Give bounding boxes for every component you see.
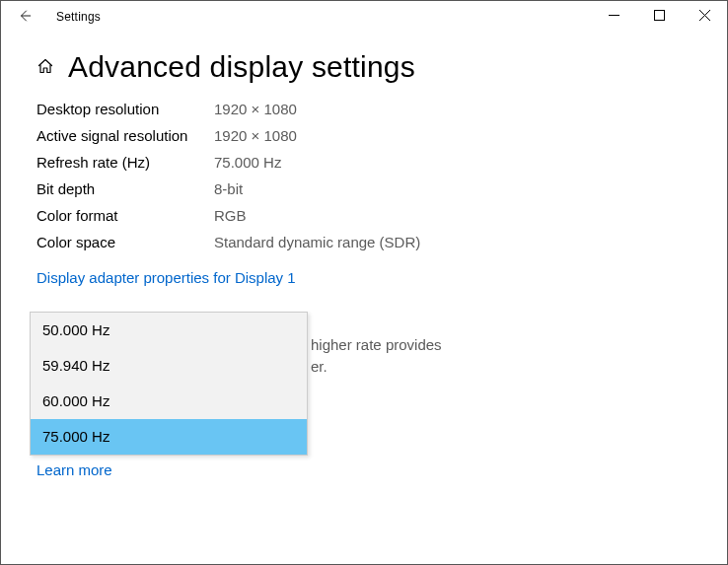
property-value: 8-bit <box>214 180 243 197</box>
display-properties: Desktop resolution1920 × 1080Active sign… <box>36 96 692 255</box>
property-label: Active signal resolution <box>36 127 214 144</box>
refresh-rate-option[interactable]: 50.000 Hz <box>31 313 307 348</box>
property-row: Color spaceStandard dynamic range (SDR) <box>36 229 692 255</box>
learn-more-link[interactable]: Learn more <box>36 461 112 478</box>
home-icon[interactable] <box>36 57 54 78</box>
refresh-rate-option[interactable]: 60.000 Hz <box>31 384 307 419</box>
maximize-icon <box>654 10 665 24</box>
minimize-button[interactable] <box>591 1 636 33</box>
refresh-rate-dropdown-list[interactable]: 50.000 Hz59.940 Hz60.000 Hz75.000 Hz <box>30 312 308 456</box>
settings-window: Settings <box>0 0 728 565</box>
property-value: RGB <box>214 207 247 224</box>
back-button[interactable] <box>9 1 40 33</box>
property-value: Standard dynamic range (SDR) <box>214 234 420 250</box>
display-adapter-link[interactable]: Display adapter properties for Display 1 <box>36 269 296 286</box>
property-value: 75.000 Hz <box>214 154 281 171</box>
property-row: Bit depth8-bit <box>36 176 692 202</box>
page-content: Advanced display settings Desktop resolu… <box>1 33 727 339</box>
arrow-left-icon <box>18 9 32 26</box>
property-value: 1920 × 1080 <box>214 127 297 144</box>
page-header: Advanced display settings <box>36 50 692 84</box>
minimize-icon <box>609 10 619 24</box>
window-controls <box>591 1 727 33</box>
close-button[interactable] <box>682 1 727 33</box>
property-value: 1920 × 1080 <box>214 101 297 117</box>
refresh-rate-option[interactable]: 75.000 Hz <box>31 419 307 455</box>
property-row: Refresh rate (Hz)75.000 Hz <box>36 149 692 176</box>
refresh-rate-description: higher rate provides er. <box>311 334 442 378</box>
property-label: Desktop resolution <box>36 101 214 117</box>
property-label: Color space <box>36 234 214 250</box>
property-label: Color format <box>36 207 214 224</box>
app-name: Settings <box>56 10 101 24</box>
property-label: Bit depth <box>36 180 214 197</box>
property-row: Desktop resolution1920 × 1080 <box>36 96 692 122</box>
maximize-button[interactable] <box>636 1 682 33</box>
property-label: Refresh rate (Hz) <box>36 154 214 171</box>
svg-rect-1 <box>654 11 664 21</box>
refresh-rate-option[interactable]: 59.940 Hz <box>31 348 307 384</box>
page-title: Advanced display settings <box>68 50 415 84</box>
property-row: Color formatRGB <box>36 202 692 229</box>
close-icon <box>699 10 710 24</box>
titlebar: Settings <box>1 1 727 33</box>
property-row: Active signal resolution1920 × 1080 <box>36 122 692 149</box>
